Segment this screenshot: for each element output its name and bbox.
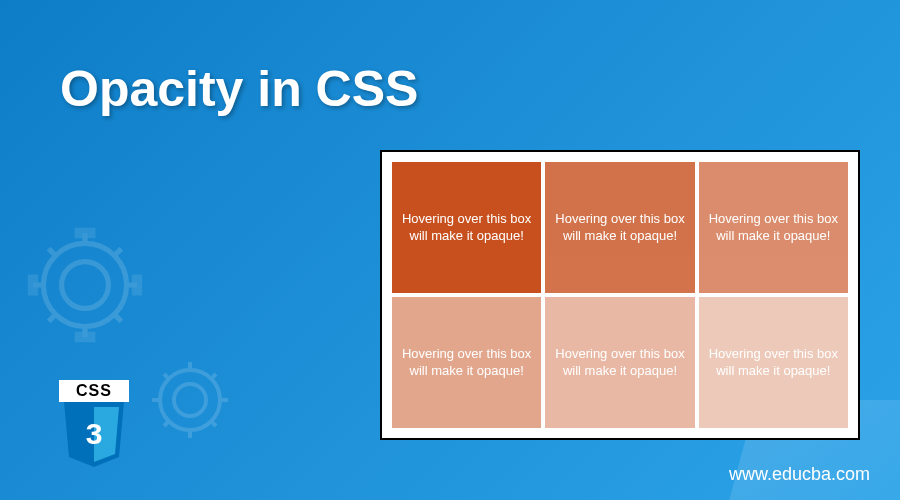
opacity-box[interactable]: Hovering over this box will make it opaq… [545,162,694,293]
opacity-box[interactable]: Hovering over this box will make it opaq… [545,297,694,428]
svg-point-0 [62,262,109,309]
opacity-box[interactable]: Hovering over this box will make it opaq… [392,297,541,428]
badge-number: 3 [86,417,103,450]
gear-icon [140,350,240,450]
opacity-grid: Hovering over this box will make it opaq… [392,162,848,428]
opacity-demo-card: Hovering over this box will make it opaq… [380,150,860,440]
gear-icon [20,220,150,350]
site-url: www.educba.com [729,464,870,485]
css3-label: CSS [59,380,129,402]
css3-badge: CSS 3 [55,380,133,470]
svg-point-2 [174,384,206,416]
opacity-box[interactable]: Hovering over this box will make it opaq… [699,297,848,428]
page-title: Opacity in CSS [60,60,418,118]
opacity-box[interactable]: Hovering over this box will make it opaq… [699,162,848,293]
css3-shield-icon: 3 [59,402,129,467]
opacity-box[interactable]: Hovering over this box will make it opaq… [392,162,541,293]
